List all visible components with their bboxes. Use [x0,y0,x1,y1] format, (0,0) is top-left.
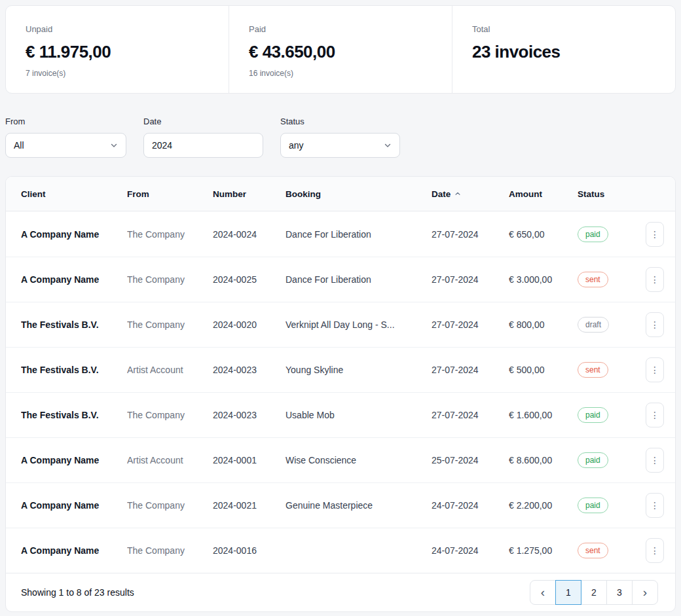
cell-amount: € 500,00 [509,365,578,375]
cell-amount: € 8.600,00 [509,455,578,465]
cell-number: 2024-0001 [213,455,285,465]
cell-amount: € 650,00 [509,229,578,240]
next-page-button[interactable]: › [632,580,658,605]
column-header-date[interactable]: Date [432,189,509,199]
previous-page-button[interactable]: ‹ [530,580,556,605]
row-actions-menu-button[interactable]: ⋮ [646,403,664,427]
cell-booking: Genuine Masterpiece [285,500,432,511]
cell-date: 27-07-2024 [432,319,509,330]
table-footer: Showing 1 to 8 of 23 results ‹ 1 2 3 › [6,573,675,611]
table-header-row: Client From Number Booking Date Amount S… [6,177,675,211]
cell-client: The Festivals B.V. [21,319,127,330]
kebab-icon: ⋮ [650,456,659,465]
row-actions-menu-button[interactable]: ⋮ [646,357,664,382]
cell-status: paid [578,452,635,468]
page-button[interactable]: 1 [555,580,581,605]
row-actions-menu-button[interactable]: ⋮ [646,312,664,337]
column-header-booking[interactable]: Booking [285,189,432,199]
kebab-icon: ⋮ [650,320,659,329]
status-badge: sent [578,543,608,558]
cell-from: The Company [127,229,213,240]
column-header-status[interactable]: Status [578,189,635,199]
card-value: € 11.975,00 [26,41,209,62]
cell-amount: € 1.275,00 [509,545,578,556]
cell-client: A Company Name [21,545,127,556]
column-header-date-label: Date [432,189,451,199]
cell-status: sent [578,543,635,558]
cell-booking: Dance For Liberation [285,229,432,240]
cell-client: A Company Name [21,229,127,240]
chevron-down-icon [384,141,392,149]
cell-date: 27-07-2024 [432,274,509,285]
card-subtext [472,69,655,78]
table-row[interactable]: A Company Name The Company 2024-0024 Dan… [6,211,675,257]
page-button[interactable]: 2 [581,580,607,605]
status-badge: paid [578,226,608,242]
card-value: € 43.650,00 [249,41,432,62]
filter-date: Date [143,117,263,158]
summary-cards: Unpaid € 11.975,00 7 invoice(s) Paid € 4… [5,5,676,94]
cell-status: paid [578,407,635,423]
date-input[interactable] [143,133,263,158]
cell-booking: Young Skyline [285,365,432,375]
cell-client: A Company Name [21,500,127,511]
cell-number: 2024-0023 [213,365,285,375]
kebab-icon: ⋮ [650,365,659,374]
cell-date: 27-07-2024 [432,229,509,240]
from-filter-label: From [5,117,126,127]
status-filter-label: Status [280,117,400,127]
kebab-icon: ⋮ [650,275,659,284]
cell-amount: € 2.200,00 [509,500,578,511]
status-select-value: any [289,140,304,151]
card-label: Unpaid [26,24,209,35]
table-row[interactable]: A Company Name The Company 2024-0021 Gen… [6,482,675,528]
summary-card-unpaid: Unpaid € 11.975,00 7 invoice(s) [6,6,229,93]
cell-booking: Usable Mob [285,410,432,420]
kebab-icon: ⋮ [650,230,659,239]
table-row[interactable]: The Festivals B.V. The Company 2024-0023… [6,392,675,437]
cell-status: sent [578,362,635,378]
invoices-table: Client From Number Booking Date Amount S… [5,176,676,612]
status-select[interactable]: any [280,133,400,158]
page-button[interactable]: 3 [606,580,633,605]
cell-date: 27-07-2024 [432,365,509,375]
from-select[interactable]: All [5,133,126,158]
row-actions-menu-button[interactable]: ⋮ [646,448,664,473]
column-header-amount[interactable]: Amount [509,189,578,199]
card-label: Paid [249,24,432,35]
cell-number: 2024-0024 [213,229,285,240]
table-row[interactable]: The Festivals B.V. The Company 2024-0020… [6,302,675,347]
cell-date: 25-07-2024 [432,455,509,465]
status-badge: draft [578,317,609,333]
column-header-client[interactable]: Client [21,189,127,199]
cell-client: A Company Name [21,455,127,465]
table-row[interactable]: A Company Name The Company 2024-0016 24-… [6,528,675,573]
column-header-number[interactable]: Number [213,189,285,199]
cell-from: The Company [127,319,213,330]
column-header-from[interactable]: From [127,189,213,199]
cell-status: draft [578,317,635,333]
from-select-value: All [14,140,24,151]
row-actions-menu-button[interactable]: ⋮ [646,267,664,292]
card-subtext: 16 invoice(s) [249,69,432,78]
card-subtext: 7 invoice(s) [26,69,209,78]
cell-status: paid [578,498,635,513]
cell-from: The Company [127,410,213,420]
cell-client: A Company Name [21,274,127,285]
cell-number: 2024-0016 [213,545,285,556]
status-badge: paid [578,498,608,513]
cell-client: The Festivals B.V. [21,410,127,420]
cell-from: The Company [127,545,213,556]
cell-from: Artist Account [127,455,213,465]
cell-booking: Wise Conscience [285,455,432,465]
date-filter-label: Date [143,117,263,127]
row-actions-menu-button[interactable]: ⋮ [646,493,664,518]
row-actions-menu-button[interactable]: ⋮ [646,538,664,563]
table-row[interactable]: The Festivals B.V. Artist Account 2024-0… [6,347,675,392]
table-row[interactable]: A Company Name The Company 2024-0025 Dan… [6,257,675,302]
pagination: ‹ 1 2 3 › [530,580,658,605]
kebab-icon: ⋮ [650,546,659,555]
row-actions-menu-button[interactable]: ⋮ [646,222,664,247]
table-row[interactable]: A Company Name Artist Account 2024-0001 … [6,437,675,482]
cell-client: The Festivals B.V. [21,365,127,375]
